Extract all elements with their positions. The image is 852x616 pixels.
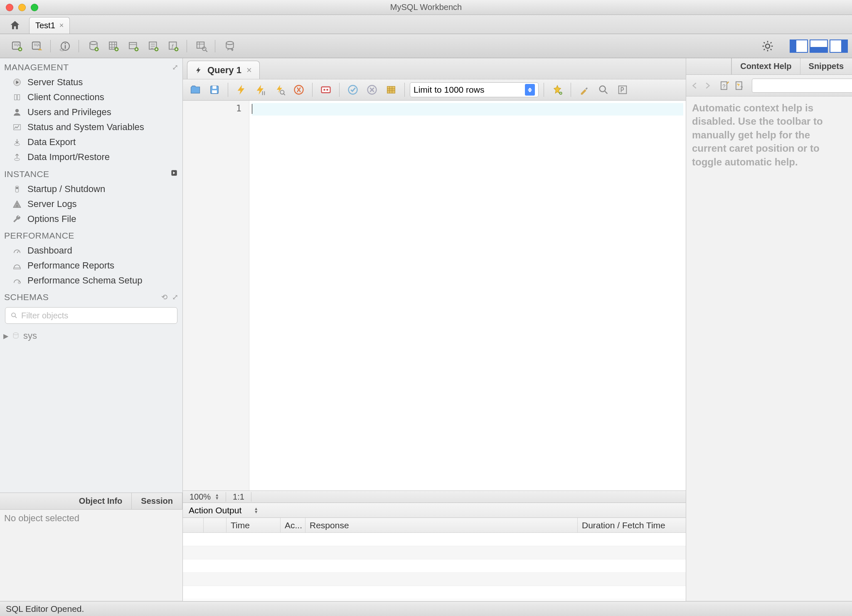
preferences-button[interactable] bbox=[759, 37, 776, 55]
rollback-button[interactable] bbox=[364, 81, 380, 98]
toggle-whitespace-button[interactable] bbox=[614, 81, 631, 98]
svg-point-29 bbox=[15, 143, 20, 146]
tab-snippets[interactable]: Snippets bbox=[800, 58, 852, 74]
connections-icon bbox=[12, 92, 22, 103]
server-info-button[interactable] bbox=[57, 37, 74, 55]
open-file-button[interactable] bbox=[187, 81, 204, 98]
toggle-limit-button[interactable] bbox=[383, 81, 399, 98]
close-icon[interactable]: × bbox=[59, 21, 64, 30]
output-selector[interactable]: Action Output ▲▼ bbox=[183, 503, 686, 518]
filter-objects-input[interactable]: Filter objects bbox=[5, 307, 177, 324]
right-sidebar: Context Help Snippets ? ? Automatic cont… bbox=[686, 58, 852, 601]
col-response[interactable]: Response bbox=[305, 518, 578, 532]
svg-rect-46 bbox=[322, 87, 330, 93]
svg-rect-6 bbox=[65, 45, 66, 49]
col-duration[interactable]: Duration / Fetch Time bbox=[578, 518, 686, 532]
sql-editor[interactable]: 1 bbox=[183, 101, 686, 490]
toggle-left-panel-button[interactable] bbox=[790, 39, 808, 53]
reconnect-button[interactable] bbox=[221, 37, 239, 55]
open-sql-file-button[interactable]: SQL bbox=[28, 37, 46, 55]
nav-item-performance-schema[interactable]: Performance Schema Setup bbox=[0, 273, 182, 288]
add-schema-button[interactable] bbox=[85, 37, 102, 55]
query-toolbar: Limit to 1000 rows bbox=[183, 79, 686, 101]
add-procedure-button[interactable] bbox=[145, 37, 162, 55]
svg-rect-33 bbox=[16, 187, 18, 189]
beautify-button[interactable] bbox=[549, 81, 566, 98]
add-table-button[interactable] bbox=[105, 37, 122, 55]
svg-point-7 bbox=[64, 43, 66, 44]
toggle-right-panel-button[interactable] bbox=[830, 39, 848, 53]
play-icon bbox=[12, 77, 22, 88]
nav-item-data-import[interactable]: Data Import/Restore bbox=[0, 150, 182, 165]
add-function-button[interactable]: ƒ bbox=[165, 37, 182, 55]
line-gutter: 1 bbox=[183, 101, 249, 490]
execute-current-button[interactable] bbox=[252, 81, 269, 98]
manual-help-button[interactable]: ? bbox=[719, 77, 730, 94]
user-icon bbox=[12, 107, 22, 118]
close-icon[interactable]: × bbox=[246, 65, 252, 76]
tab-session[interactable]: Session bbox=[132, 493, 182, 509]
management-header: MANAGEMENT ⤢ bbox=[0, 58, 182, 75]
svg-text:?: ? bbox=[722, 83, 725, 89]
performance-header: PERFORMANCE bbox=[0, 227, 182, 243]
schemas-header: SCHEMAS ⟲ ⤢ bbox=[0, 288, 182, 305]
expand-icon[interactable]: ⤢ bbox=[172, 293, 179, 302]
home-tab[interactable] bbox=[5, 17, 25, 34]
col-seq[interactable] bbox=[204, 518, 227, 532]
nav-item-server-logs[interactable]: Server Logs bbox=[0, 197, 182, 212]
col-status[interactable] bbox=[183, 518, 204, 532]
toggle-bottom-panel-button[interactable] bbox=[810, 39, 828, 53]
instance-icon bbox=[170, 169, 178, 179]
title-bar: MySQL Workbench bbox=[0, 0, 852, 15]
refresh-icon[interactable]: ⟲ bbox=[161, 293, 168, 302]
execute-button[interactable] bbox=[233, 81, 250, 98]
nav-item-performance-reports[interactable]: Performance Reports bbox=[0, 258, 182, 273]
nav-item-dashboard[interactable]: Dashboard bbox=[0, 243, 182, 258]
svg-text:SQL: SQL bbox=[14, 42, 20, 46]
col-time[interactable]: Time bbox=[227, 518, 281, 532]
nav-item-users-privileges[interactable]: Users and Privileges bbox=[0, 105, 182, 120]
help-back-button[interactable] bbox=[690, 77, 699, 94]
svg-point-9 bbox=[90, 41, 97, 44]
limit-rows-select[interactable]: Limit to 1000 rows bbox=[410, 82, 539, 97]
svg-point-39 bbox=[13, 333, 18, 335]
brush-button[interactable] bbox=[576, 81, 593, 98]
svg-point-53 bbox=[600, 86, 606, 92]
zoom-level[interactable]: 100%▲▼ bbox=[183, 492, 226, 502]
nav-item-data-export[interactable]: Data Export bbox=[0, 135, 182, 150]
nav-item-options-file[interactable]: Options File bbox=[0, 212, 182, 227]
schema-item-sys[interactable]: ▶ sys bbox=[1, 329, 182, 343]
expand-icon[interactable]: ⤢ bbox=[172, 63, 179, 72]
add-view-button[interactable] bbox=[125, 37, 142, 55]
find-button[interactable] bbox=[595, 81, 612, 98]
action-output-table: Time Ac... Response Duration / Fetch Tim… bbox=[183, 518, 686, 601]
svg-point-47 bbox=[323, 89, 325, 91]
connection-tab-test1[interactable]: Test1 × bbox=[29, 17, 70, 34]
tab-context-help[interactable]: Context Help bbox=[731, 58, 800, 74]
svg-point-27 bbox=[15, 109, 18, 112]
query-tab-1[interactable]: Query 1 × bbox=[187, 61, 260, 79]
svg-point-38 bbox=[12, 313, 15, 317]
help-search-input[interactable] bbox=[752, 79, 852, 93]
commit-button[interactable] bbox=[345, 81, 361, 98]
home-icon bbox=[9, 20, 21, 31]
col-action[interactable]: Ac... bbox=[281, 518, 305, 532]
nav-item-startup-shutdown[interactable]: Startup / Shutdown bbox=[0, 182, 182, 197]
search-table-data-button[interactable] bbox=[193, 37, 210, 55]
svg-rect-25 bbox=[15, 95, 17, 100]
right-tab-spacer bbox=[686, 58, 731, 74]
chevron-right-icon: ▶ bbox=[3, 332, 8, 340]
toggle-autocommit-button[interactable] bbox=[318, 81, 334, 98]
status-text: SQL Editor Opened. bbox=[6, 604, 84, 614]
nav-item-client-connections[interactable]: Client Connections bbox=[0, 90, 182, 105]
stop-button[interactable] bbox=[291, 81, 307, 98]
nav-item-server-status[interactable]: Server Status bbox=[0, 75, 182, 90]
help-forward-button[interactable] bbox=[703, 77, 712, 94]
explain-button[interactable] bbox=[271, 81, 288, 98]
tab-object-info[interactable]: Object Info bbox=[70, 493, 132, 509]
auto-help-button[interactable]: ? bbox=[734, 77, 745, 94]
warning-icon bbox=[12, 199, 22, 209]
nav-item-status-variables[interactable]: Status and System Variables bbox=[0, 120, 182, 135]
save-button[interactable] bbox=[206, 81, 223, 98]
new-sql-tab-button[interactable]: SQL bbox=[8, 37, 26, 55]
